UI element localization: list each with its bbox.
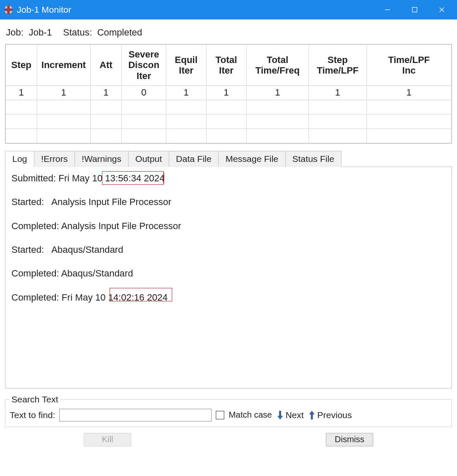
kill-button: Kill [84, 433, 131, 446]
cell: 1 [6, 85, 37, 100]
tab-output[interactable]: Output [129, 151, 169, 167]
iteration-table: StepIncrementAttSevereDisconIterEquilIte… [6, 44, 451, 143]
dismiss-button[interactable]: Dismiss [326, 433, 373, 446]
column-header: TotalIter [206, 45, 246, 86]
search-group: Search Text Text to find: Match case Nex… [5, 394, 452, 427]
app-icon [3, 5, 14, 15]
cell: 1 [166, 85, 206, 100]
previous-button[interactable]: Previous [308, 410, 352, 420]
bottom-button-row: Kill Dismiss [5, 433, 452, 446]
minimize-button[interactable] [374, 0, 401, 19]
tab-data-file[interactable]: Data File [169, 151, 219, 167]
maximize-button[interactable] [401, 0, 428, 19]
cell: 1 [91, 85, 122, 100]
search-legend: Search Text [10, 394, 60, 405]
tab--errors[interactable]: !Errors [34, 151, 75, 167]
match-case-checkbox[interactable] [216, 411, 224, 419]
close-button[interactable] [428, 0, 455, 19]
tab-strip: Log!Errors!WarningsOutputData FileMessag… [5, 150, 452, 167]
job-status-row: Job: Job-1 Status: Completed [5, 25, 452, 44]
column-header: Time/LPFInc [366, 45, 451, 86]
search-label: Text to find: [10, 410, 55, 420]
log-line: Started: Analysis Input File Processor [11, 197, 446, 208]
text-cursor [163, 172, 164, 183]
previous-label: Previous [317, 410, 352, 420]
iteration-table-wrap: StepIncrementAttSevereDisconIterEquilIte… [5, 44, 452, 144]
tab-status-file[interactable]: Status File [286, 151, 341, 167]
column-header: TotalTime/Freq [246, 45, 308, 86]
svg-rect-2 [413, 8, 417, 12]
cell: 1 [206, 85, 246, 100]
log-line: Started: Abaqus/Standard [11, 244, 446, 255]
table-row [6, 114, 451, 129]
column-header: Increment [37, 45, 90, 86]
tab--warnings[interactable]: !Warnings [75, 151, 129, 167]
table-row [6, 100, 451, 114]
column-header: Att [91, 45, 122, 86]
table-row [6, 129, 451, 143]
log-line: Completed: Abaqus/Standard [11, 268, 446, 279]
column-header: Step [6, 45, 37, 86]
cell: 0 [121, 85, 166, 100]
match-case-label: Match case [228, 410, 272, 420]
next-label: Next [286, 410, 304, 420]
tab-log[interactable]: Log [5, 151, 34, 167]
cell: 1 [309, 85, 367, 100]
column-header: SevereDisconIter [121, 45, 166, 86]
column-header: StepTime/LPF [309, 45, 367, 86]
column-header: EquilIter [166, 45, 206, 86]
cell: 1 [37, 85, 90, 100]
log-line: Submitted: Fri May 10 13:56:34 2024 [11, 173, 446, 184]
status-label: Status: [63, 27, 92, 38]
log-panel[interactable]: Submitted: Fri May 10 13:56:34 2024Start… [5, 167, 452, 388]
cell: 1 [366, 85, 451, 100]
titlebar[interactable]: Job-1 Monitor [0, 0, 457, 19]
log-line: Completed: Fri May 10 14:02:16 2024 [11, 292, 446, 303]
search-input[interactable] [59, 409, 212, 421]
window-title: Job-1 Monitor [17, 5, 374, 15]
job-value: Job-1 [29, 27, 52, 38]
log-line: Completed: Analysis Input File Processor [11, 221, 446, 232]
table-row[interactable]: 111011111 [6, 85, 451, 100]
status-value: Completed [97, 27, 142, 38]
next-button[interactable]: Next [276, 410, 304, 420]
tab-message-file[interactable]: Message File [219, 151, 286, 167]
job-label: Job: [6, 27, 24, 38]
cell: 1 [246, 85, 308, 100]
